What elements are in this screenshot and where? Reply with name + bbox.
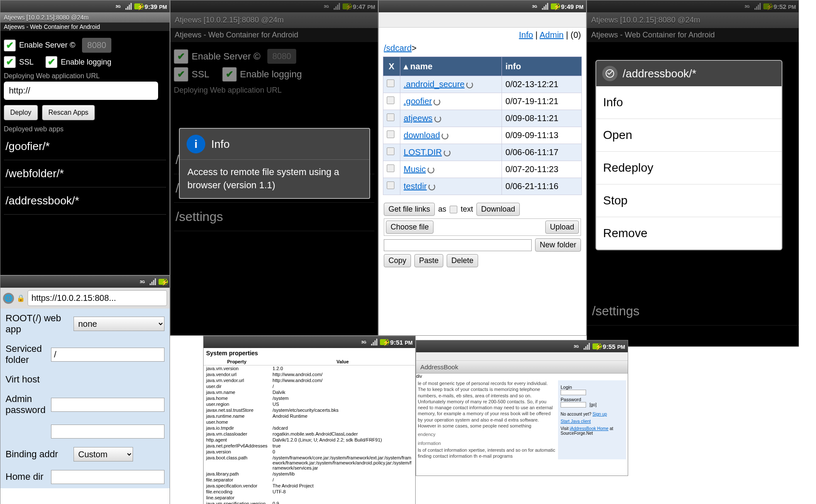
window-title: Atjeews [10.0.2.15]:8080 @24m: [170, 12, 378, 28]
sysprops-row: java.io.tmpdir/sdcard: [204, 425, 415, 431]
row-checkbox[interactable]: [387, 113, 394, 121]
clock: 9:39 PM: [144, 3, 167, 10]
battery-icon: ⚡: [134, 3, 143, 10]
new-folder-input[interactable]: [384, 239, 532, 251]
ssl-checkbox[interactable]: ✔: [174, 67, 188, 82]
signal-icon: [148, 278, 157, 286]
refresh-icon[interactable]: [428, 167, 434, 173]
file-link[interactable]: .android_secure: [404, 79, 465, 89]
info-dialog: i Info Access to remote file system usin…: [179, 128, 370, 199]
context-menu: /addressbook/* Info Open Redeploy Stop R…: [595, 60, 782, 250]
delete-button[interactable]: Delete: [447, 254, 478, 267]
root-app-select[interactable]: none: [74, 317, 164, 331]
menu-item-remove[interactable]: Remove: [596, 217, 782, 249]
row-checkbox[interactable]: [387, 96, 394, 104]
app-subtitle: Atjeews - Web Container for Android: [0, 23, 170, 31]
app-entry-goofier[interactable]: /goofier/*: [4, 133, 166, 160]
rescan-button[interactable]: Rescan Apps: [42, 105, 95, 120]
battery-icon: ⚡: [763, 3, 772, 10]
upload-button[interactable]: Upload: [545, 221, 579, 234]
binding-addr-select[interactable]: Custom: [74, 447, 133, 462]
sysprops-row: java.version0: [204, 449, 415, 455]
logging-checkbox[interactable]: ✔: [222, 67, 237, 82]
status-bar: 3G ⚡ 9:49 PM: [379, 0, 586, 12]
menu-item-open[interactable]: Open: [596, 119, 782, 152]
login-input[interactable]: [561, 390, 586, 395]
app-entry-settings[interactable]: /settings: [174, 203, 374, 231]
paste-button[interactable]: Paste: [414, 254, 443, 267]
password-input[interactable]: [561, 402, 586, 408]
info-link[interactable]: Info: [519, 30, 533, 40]
refresh-icon[interactable]: [444, 150, 450, 156]
refresh-icon[interactable]: [434, 99, 440, 105]
refresh-icon[interactable]: [428, 184, 435, 190]
col-info[interactable]: info: [502, 57, 582, 76]
ssl-label: SSL: [192, 69, 210, 80]
file-link[interactable]: atjeews: [404, 113, 433, 123]
file-link[interactable]: download: [404, 130, 440, 140]
port-value[interactable]: 8080: [267, 49, 297, 64]
start-java-link[interactable]: Start Java client: [561, 419, 591, 424]
signal-icon: [582, 343, 591, 350]
row-checkbox[interactable]: [387, 130, 394, 138]
port-value[interactable]: 8080: [82, 38, 111, 53]
menu-item-redeploy[interactable]: Redeploy: [596, 152, 782, 184]
app-entry-addressbook[interactable]: /addressbook/*: [4, 187, 166, 215]
menu-item-info[interactable]: Info: [596, 86, 782, 119]
app-entry-settings[interactable]: /settings: [587, 297, 799, 326]
file-link[interactable]: Music: [404, 164, 426, 174]
globe-icon[interactable]: 🌐: [3, 293, 14, 304]
deploy-url-input[interactable]: http://: [4, 82, 158, 100]
virt-host-checkbox[interactable]: [74, 375, 83, 384]
network-3g-icon: 3G: [322, 3, 331, 10]
admin-password-input[interactable]: [51, 398, 164, 412]
row-checkbox[interactable]: [387, 181, 394, 189]
logging-checkbox[interactable]: ✔: [45, 56, 57, 68]
choose-file-button[interactable]: Choose file: [386, 221, 434, 234]
signup-link[interactable]: Sign up: [592, 412, 607, 416]
enable-server-checkbox[interactable]: ✔: [4, 40, 16, 51]
sysprops-row: java.vm.specification.version0.9: [204, 501, 415, 504]
refresh-icon[interactable]: [466, 82, 473, 88]
new-folder-button[interactable]: New folder: [535, 238, 581, 252]
context-menu-icon: [602, 66, 618, 81]
home-link[interactable]: jAddressBook Home: [570, 426, 609, 431]
get-file-links-button[interactable]: Get file links: [384, 203, 435, 216]
deploy-url-label: Deploying Web application URL: [4, 72, 166, 80]
logging-label: Enable logging: [61, 58, 111, 67]
copy-button[interactable]: Copy: [384, 254, 411, 267]
ssl-checkbox[interactable]: ✔: [4, 56, 16, 68]
row-checkbox[interactable]: [387, 79, 394, 87]
refresh-icon[interactable]: [434, 116, 441, 122]
deploy-button[interactable]: Deploy: [4, 105, 38, 120]
refresh-icon[interactable]: [442, 133, 448, 139]
col-name[interactable]: ▴ name: [400, 57, 502, 76]
admin-link[interactable]: Admin: [540, 30, 564, 40]
row-checkbox[interactable]: [387, 164, 394, 172]
binding-addr-input[interactable]: [51, 425, 164, 439]
ssl-label: SSL: [19, 58, 34, 67]
file-link[interactable]: .goofier: [404, 96, 432, 106]
text-checkbox[interactable]: [450, 206, 457, 213]
row-checkbox[interactable]: [387, 147, 394, 155]
window-title: Atjeews [10.0.2.15]:8080 @24m: [587, 12, 799, 28]
file-link[interactable]: testdir: [404, 181, 427, 191]
sysprops-row: java.home/system: [204, 395, 415, 401]
network-3g-icon: 3G: [360, 338, 368, 346]
battery-icon: ⚡: [343, 3, 351, 10]
app-entry-webfolder[interactable]: /webfolder/*: [4, 160, 166, 187]
enable-server-checkbox[interactable]: ✔: [174, 49, 188, 64]
sysprops-row: file.encodingUTF-8: [204, 489, 415, 495]
selected-count: (0): [571, 30, 581, 40]
col-select[interactable]: X: [383, 57, 400, 76]
browser-address[interactable]: https://10.0.2.15:808...: [28, 290, 167, 306]
go-button[interactable]: [go]: [588, 402, 598, 408]
breadcrumb-sdcard[interactable]: /sdcard: [384, 43, 412, 53]
app-subtitle: Atjeews - Web Container for Android: [170, 28, 378, 42]
menu-item-stop[interactable]: Stop: [596, 184, 782, 217]
serviced-folder-input[interactable]: [51, 348, 164, 362]
download-button[interactable]: Download: [476, 203, 520, 216]
sysprops-table: PropertyValue java.vm.version1.2.0java.v…: [204, 358, 415, 504]
home-dir-input[interactable]: [51, 470, 164, 484]
file-link[interactable]: LOST.DIR: [404, 147, 442, 157]
